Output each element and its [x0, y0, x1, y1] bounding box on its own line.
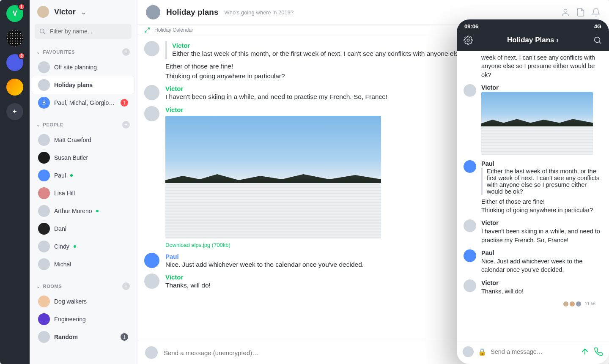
svg-line-4: [145, 30, 147, 32]
phone-message: Victor: [464, 84, 602, 155]
add-server-button[interactable]: +: [6, 103, 23, 120]
room-title: Holiday plans: [166, 8, 219, 17]
person-paul[interactable]: Paul: [32, 167, 134, 184]
phone-message: Paul Either the last week of this month,…: [464, 160, 602, 215]
person-avatar: [38, 170, 50, 181]
room-avatar: [38, 313, 50, 325]
person-susan[interactable]: Susan Butler: [32, 149, 134, 167]
presence-online-icon: [96, 210, 99, 212]
server-2[interactable]: 2: [6, 54, 23, 71]
svg-line-10: [599, 42, 601, 44]
person-avatar: [38, 241, 50, 252]
files-icon[interactable]: [576, 8, 585, 17]
search-icon: [39, 28, 46, 35]
server-1[interactable]: [6, 30, 23, 47]
person-cindy[interactable]: Cindy: [32, 238, 134, 255]
message-avatar[interactable]: [144, 41, 159, 56]
svg-point-0: [40, 29, 44, 33]
message-avatar[interactable]: [144, 253, 159, 268]
person-dani[interactable]: Dani: [32, 220, 134, 238]
message-avatar[interactable]: [144, 274, 159, 289]
search-icon[interactable]: [593, 36, 602, 45]
read-time: 11:56: [585, 301, 595, 306]
message-avatar[interactable]: [144, 106, 159, 121]
phone-composer-input[interactable]: [491, 348, 576, 355]
members-icon[interactable]: [561, 8, 570, 17]
server-3[interactable]: [6, 79, 23, 96]
server-rail: V 1 2 +: [0, 0, 30, 364]
notifications-icon[interactable]: [591, 8, 601, 17]
user-menu[interactable]: Victor ⌄: [30, 0, 137, 22]
svg-point-9: [595, 37, 600, 43]
person-avatar: [38, 205, 50, 217]
phone-timeline[interactable]: week of next. I can't see any conflicts …: [457, 51, 609, 342]
phone-composer-avatar: [463, 346, 474, 357]
fav-off-site-planning[interactable]: Off site planning: [32, 58, 134, 76]
phone-message: Paul Nice. Just add whichever week to th…: [464, 249, 602, 274]
room-topic: Who's going where in 2019?: [225, 9, 294, 16]
server-2-badge: 2: [18, 52, 25, 59]
image-attachment[interactable]: [165, 116, 381, 238]
favourites-header[interactable]: ⌄FAVOURITES +: [30, 45, 137, 58]
settings-icon[interactable]: [464, 36, 473, 45]
chevron-down-icon: ⌄: [36, 284, 41, 289]
person-michal[interactable]: Michal: [32, 255, 134, 273]
filter-input[interactable]: [35, 24, 132, 39]
download-link[interactable]: Download alps.jpg (700kb): [165, 242, 230, 248]
svg-point-2: [564, 9, 567, 12]
svg-line-1: [44, 33, 45, 34]
phone-preview: 09:06 4G Holiday Plans › week of next. I…: [457, 19, 609, 364]
phone-image[interactable]: [481, 92, 593, 155]
unread-badge: 1: [121, 333, 128, 341]
phone-room-title[interactable]: Holiday Plans ›: [507, 36, 559, 44]
phone-avatar[interactable]: [464, 279, 476, 292]
person-lisa[interactable]: Lisa Hill: [32, 184, 134, 202]
add-room-button[interactable]: +: [122, 282, 130, 290]
add-person-button[interactable]: +: [122, 121, 130, 129]
person-avatar: [38, 187, 50, 199]
send-icon[interactable]: [580, 347, 590, 356]
chevron-down-icon: ⌄: [81, 8, 86, 16]
add-favourite-button[interactable]: +: [122, 48, 130, 56]
message-avatar[interactable]: [144, 85, 159, 100]
read-avatar: [576, 301, 581, 307]
person-arthur[interactable]: Arthur Moreno: [32, 202, 134, 220]
room-avatar: B: [38, 97, 50, 109]
read-receipts: 11:56: [464, 301, 602, 307]
app-window: V 1 2 + Victor ⌄ ⌄FAVOURITES + Off site …: [0, 0, 609, 364]
room-avatar: [38, 79, 50, 91]
phone-avatar[interactable]: [464, 160, 476, 173]
room-dog-walkers[interactable]: Dog walkers: [32, 293, 134, 310]
room-random[interactable]: Random1: [32, 328, 134, 346]
apps-label: Holiday Calendar: [154, 27, 193, 33]
phone-status-bar: 09:06 4G: [457, 19, 609, 32]
phone-room-header: Holiday Plans ›: [457, 32, 609, 51]
unread-badge: 1: [121, 99, 128, 107]
person-avatar: [38, 134, 50, 146]
chevron-down-icon: ⌄: [36, 122, 41, 128]
phone-time: 09:06: [464, 23, 478, 30]
people-header[interactable]: ⌄PEOPLE +: [30, 118, 137, 131]
phone-reply-quote: Either the last week of this month, or t…: [481, 168, 602, 195]
phone-avatar[interactable]: [464, 84, 476, 97]
chevron-down-icon: ⌄: [36, 49, 41, 55]
phone-avatar[interactable]: [464, 249, 476, 262]
person-matt[interactable]: Matt Crawford: [32, 131, 134, 149]
home-server[interactable]: V 1: [6, 5, 23, 22]
person-avatar: [38, 258, 50, 270]
person-avatar: [38, 152, 50, 164]
phone-composer: 🔒: [457, 342, 609, 364]
call-icon[interactable]: [594, 347, 603, 356]
phone-avatar[interactable]: [464, 219, 476, 232]
fav-group-chat[interactable]: BPaul, Michal, Giorgio…1: [32, 94, 134, 112]
presence-online-icon: [74, 245, 76, 248]
home-server-badge: 1: [18, 3, 25, 10]
read-avatar: [563, 301, 568, 307]
room-engineering[interactable]: Engineering: [32, 310, 134, 328]
rooms-header[interactable]: ⌄ROOMS +: [30, 279, 137, 293]
user-avatar: [37, 6, 49, 18]
svg-line-3: [148, 27, 149, 29]
svg-point-8: [467, 39, 469, 41]
fav-holiday-plans[interactable]: Holiday plans: [32, 76, 134, 94]
presence-online-icon: [70, 174, 73, 177]
